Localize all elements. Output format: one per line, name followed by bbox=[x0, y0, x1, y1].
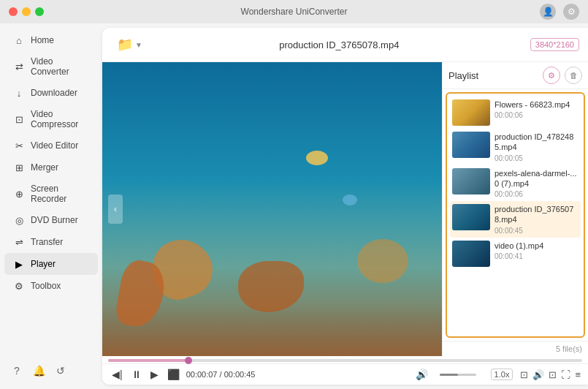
stop-button[interactable]: ⬛ bbox=[165, 367, 182, 382]
add-file-button[interactable]: 📁 ▼ bbox=[111, 34, 148, 56]
notification-icon[interactable]: 🔔 bbox=[32, 364, 45, 377]
home-icon: ⌂ bbox=[13, 34, 25, 46]
screen-recorder-icon: ⊕ bbox=[13, 188, 25, 200]
fish-element-2 bbox=[343, 194, 357, 205]
player-playlist: ‹ Playlist ⚙ 🗑 Flowers - 66823. bbox=[102, 62, 588, 356]
screenshot-icon[interactable]: ⊡ bbox=[549, 369, 557, 380]
sidebar-label-video-compressor: Video Compressor bbox=[31, 109, 89, 129]
progress-fill bbox=[108, 359, 188, 362]
app-title: Wondershare UniConverter bbox=[241, 7, 348, 17]
playlist-thumb-2 bbox=[452, 132, 490, 158]
sidebar-label-home: Home bbox=[31, 35, 54, 45]
sidebar-label-downloader: Downloader bbox=[31, 88, 77, 98]
playlist-item-name-1: Flowers - 66823.mp4 bbox=[495, 99, 579, 110]
pause-button[interactable]: ⏸ bbox=[129, 367, 144, 382]
current-time: 00:00:07 bbox=[186, 370, 218, 379]
toolbox-icon: ⚙ bbox=[13, 280, 25, 292]
playlist-item-duration-4: 00:00:45 bbox=[495, 227, 579, 235]
fish-element bbox=[306, 151, 328, 165]
controls-bar: ◀| ⏸ ▶ ⬛ 00:00:07 / 00:00:45 🔊 1.0x ⊡ 🔊 … bbox=[102, 363, 588, 385]
sidebar-item-video-converter[interactable]: ⇄ Video Converter bbox=[4, 51, 98, 82]
minimize-button[interactable] bbox=[22, 7, 31, 16]
prev-button[interactable]: ◀| bbox=[110, 367, 125, 382]
volume-adjust-icon[interactable]: 🔊 bbox=[532, 369, 544, 380]
settings-icon[interactable]: ⚙ bbox=[563, 4, 579, 20]
playlist-item-duration-2: 00:00:05 bbox=[495, 154, 579, 162]
sidebar-label-screen-recorder: Screen Recorder bbox=[31, 184, 89, 204]
sidebar-label-dvd-burner: DVD Burner bbox=[31, 215, 78, 225]
playlist-settings-icon[interactable]: ⚙ bbox=[543, 67, 560, 84]
playlist-item-info-1: Flowers - 66823.mp4 00:00:06 bbox=[495, 99, 579, 119]
sidebar-item-dvd-burner[interactable]: ◎ DVD Burner bbox=[4, 209, 98, 231]
playlist-header: Playlist ⚙ 🗑 bbox=[443, 62, 588, 89]
prev-nav-arrow[interactable]: ‹ bbox=[108, 194, 123, 224]
playlist-delete-icon[interactable]: 🗑 bbox=[565, 67, 582, 84]
topbar-left: 📁 ▼ bbox=[111, 34, 148, 56]
sidebar-item-video-compressor[interactable]: ⊡ Video Compressor bbox=[4, 104, 98, 135]
dropdown-arrow-icon: ▼ bbox=[135, 41, 142, 49]
sidebar-item-screen-recorder[interactable]: ⊕ Screen Recorder bbox=[4, 178, 98, 209]
downloader-icon: ↓ bbox=[13, 87, 25, 99]
playlist-item-info-4: production ID_3765078.mp4 00:00:45 bbox=[495, 204, 579, 235]
sidebar-item-merger[interactable]: ⊞ Merger bbox=[4, 156, 98, 178]
topbar: 📁 ▼ production ID_3765078.mp4 3840*2160 bbox=[102, 28, 588, 62]
sidebar-label-video-converter: Video Converter bbox=[31, 56, 89, 77]
titlebar-icons: 👤 ⚙ bbox=[540, 4, 579, 20]
fullscreen-icon[interactable]: ⛶ bbox=[561, 369, 570, 380]
playlist-title: Playlist bbox=[448, 70, 478, 81]
playlist-item[interactable]: production ID_4782485.mp4 00:00:05 bbox=[450, 129, 581, 165]
video-editor-icon: ✂ bbox=[13, 140, 25, 151]
sidebar-item-player[interactable]: ▶ Player bbox=[4, 253, 98, 275]
transfer-icon: ⇌ bbox=[13, 236, 25, 248]
playlist-item[interactable]: video (1).mp4 00:00:41 bbox=[450, 238, 581, 270]
menu-icon[interactable]: ≡ bbox=[575, 369, 581, 380]
maximize-button[interactable] bbox=[35, 7, 44, 16]
sidebar-item-toolbox[interactable]: ⚙ Toolbox bbox=[4, 275, 98, 297]
video-frame bbox=[102, 62, 442, 356]
current-file-title: production ID_3765078.mp4 bbox=[148, 39, 530, 50]
sidebar-label-video-editor: Video Editor bbox=[31, 140, 78, 151]
refresh-icon[interactable]: ↺ bbox=[54, 364, 67, 377]
titlebar: Wondershare UniConverter 👤 ⚙ bbox=[0, 0, 588, 23]
aspect-ratio-icon[interactable]: ⊡ bbox=[520, 369, 528, 380]
add-file-icon: 📁 bbox=[117, 37, 133, 53]
resolution-badge: 3840*2160 bbox=[530, 38, 579, 51]
time-display: 00:00:07 / 00:00:45 bbox=[186, 370, 256, 379]
playlist-item-info-5: video (1).mp4 00:00:41 bbox=[495, 241, 579, 260]
video-converter-icon: ⇄ bbox=[13, 61, 25, 72]
sidebar-label-transfer: Transfer bbox=[31, 237, 63, 247]
playlist-item-name-5: video (1).mp4 bbox=[495, 241, 579, 251]
playlist-header-icons: ⚙ 🗑 bbox=[543, 67, 582, 84]
traffic-lights bbox=[9, 7, 44, 16]
sidebar-item-downloader[interactable]: ↓ Downloader bbox=[4, 82, 98, 104]
progress-bar[interactable] bbox=[108, 359, 582, 362]
sidebar-item-transfer[interactable]: ⇌ Transfer bbox=[4, 231, 98, 253]
play-button[interactable]: ▶ bbox=[148, 367, 161, 382]
playlist-item-duration-3: 00:00:06 bbox=[495, 190, 579, 198]
user-icon[interactable]: 👤 bbox=[540, 4, 556, 20]
sidebar-item-home[interactable]: ⌂ Home bbox=[4, 29, 98, 51]
volume-icon: 🔊 bbox=[416, 369, 428, 380]
content-area: 📁 ▼ production ID_3765078.mp4 3840*2160 bbox=[102, 28, 588, 385]
sidebar-item-video-editor[interactable]: ✂ Video Editor bbox=[4, 135, 98, 156]
playlist-item[interactable]: Flowers - 66823.mp4 00:00:06 bbox=[450, 97, 581, 129]
playlist-item[interactable]: pexels-alena-darmel-...0 (7).mp4 00:00:0… bbox=[450, 165, 581, 202]
speed-badge[interactable]: 1.0x bbox=[491, 369, 513, 380]
close-button[interactable] bbox=[9, 7, 18, 16]
playlist-item-active[interactable]: production ID_3765078.mp4 00:00:45 bbox=[450, 201, 581, 238]
help-icon[interactable]: ? bbox=[10, 364, 23, 377]
merger-icon: ⊞ bbox=[13, 162, 25, 173]
playlist-thumb-3 bbox=[452, 168, 490, 194]
playlist-thumb-5 bbox=[452, 241, 490, 267]
playlist-footer: 5 file(s) bbox=[443, 341, 588, 356]
total-time: 00:00:45 bbox=[224, 370, 256, 379]
playlist-thumb-1 bbox=[452, 99, 490, 126]
playlist-item-duration-1: 00:00:06 bbox=[495, 111, 579, 119]
volume-slider[interactable] bbox=[440, 374, 476, 376]
main-layout: ⌂ Home ⇄ Video Converter ↓ Downloader ⊡ … bbox=[0, 23, 588, 389]
file-count: 5 file(s) bbox=[556, 344, 582, 353]
playlist-item-duration-5: 00:00:41 bbox=[495, 252, 579, 260]
playlist-items: Flowers - 66823.mp4 00:00:06 production … bbox=[446, 92, 585, 338]
playlist-item-info-2: production ID_4782485.mp4 00:00:05 bbox=[495, 132, 579, 162]
playlist-panel: Playlist ⚙ 🗑 Flowers - 66823.mp4 00:00:0… bbox=[442, 62, 588, 356]
